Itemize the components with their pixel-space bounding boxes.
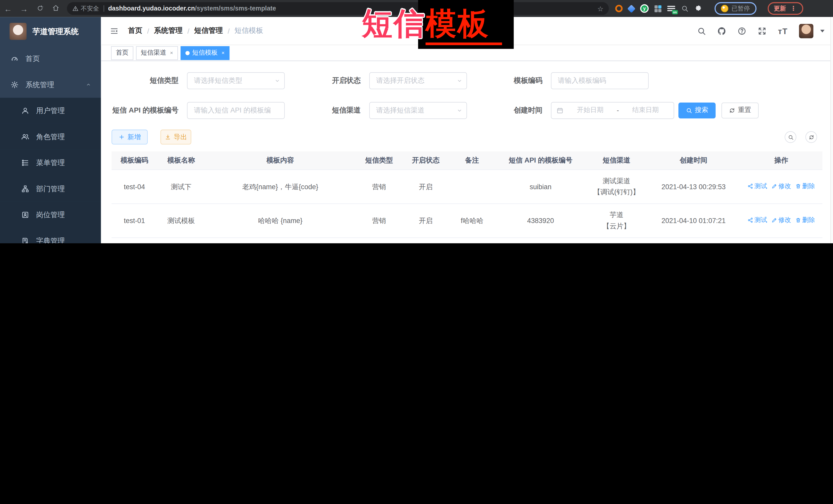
- sidebar-item-users[interactable]: 用户管理: [0, 98, 101, 124]
- app-logo[interactable]: 芋道管理系统: [0, 17, 101, 46]
- paused-label: 已暂停: [732, 5, 750, 13]
- refresh-table-button[interactable]: [805, 131, 817, 143]
- extension-icon-magnifier[interactable]: [681, 5, 688, 12]
- reset-button[interactable]: 重置: [721, 102, 759, 118]
- cell-created: 2021-04-13 00:29:53: [647, 169, 740, 203]
- sidebar-item-system[interactable]: 系统管理: [0, 72, 101, 98]
- sidebar-item-positions[interactable]: 岗位管理: [0, 202, 101, 228]
- breadcrumb-item[interactable]: 首页: [128, 26, 142, 35]
- status-select[interactable]: [369, 72, 467, 89]
- tag-sms-template[interactable]: 短信模板 ×: [181, 46, 229, 60]
- end-date-placeholder[interactable]: 结束日期: [622, 105, 669, 115]
- extension-icon-y[interactable]: y: [640, 4, 649, 13]
- filter-row-2: 短信 API 的模板编号 短信渠道 创建时间 开始日期 - 结束日期: [112, 101, 822, 119]
- date-range-picker[interactable]: 开始日期 - 结束日期: [551, 102, 674, 119]
- edit-action[interactable]: 修改: [771, 215, 791, 226]
- sidebar-item-roles[interactable]: 角色管理: [0, 124, 101, 150]
- start-date-placeholder[interactable]: 开始日期: [567, 105, 614, 115]
- browser-menu-icon[interactable]: ⋮: [790, 5, 796, 12]
- dashboard-icon: [10, 55, 19, 63]
- api-template-id-input[interactable]: [187, 102, 285, 119]
- browser-forward-icon[interactable]: →: [16, 4, 32, 13]
- edit-action[interactable]: 修改: [771, 181, 791, 192]
- cell-content: 您的验证码{code}，该验证码5分钟内有效，请勿泄漏于他人！: [205, 237, 355, 243]
- sms-type-select[interactable]: [187, 72, 285, 89]
- cell-api-id: SMS_207945135: [495, 237, 586, 243]
- cell-api-id: 4383920: [495, 203, 586, 238]
- breadcrumb-item[interactable]: 短信管理: [194, 26, 223, 35]
- omnibox-divider: [103, 5, 104, 12]
- users-icon: [21, 133, 29, 141]
- cell-type: 验证码: [355, 237, 403, 243]
- page-scrollbar[interactable]: [830, 17, 833, 243]
- status-input[interactable]: [369, 72, 467, 89]
- sms-template-table: 模板编码 模板名称 模板内容 短信类型 开启状态 备注 短信 API 的模板编号…: [112, 151, 822, 243]
- export-button[interactable]: 导出: [161, 130, 191, 145]
- channel-input[interactable]: [369, 102, 467, 119]
- address-bar[interactable]: 不安全 dashboard.yudao.iocoder.cn /system/s…: [67, 2, 609, 15]
- breadcrumb-current: 短信模板: [234, 26, 263, 35]
- test-action[interactable]: 测试: [747, 215, 767, 226]
- extension-icon-gem[interactable]: [627, 4, 636, 13]
- browser-home-icon[interactable]: [48, 4, 64, 13]
- screen: ← → 不安全 dashboard.yudao.iocoder.cn /syst…: [0, 0, 833, 243]
- paused-badge[interactable]: 已暂停: [715, 2, 756, 15]
- breadcrumb-item[interactable]: 系统管理: [154, 26, 183, 35]
- user-avatar[interactable]: [799, 24, 813, 38]
- delete-action[interactable]: 删除: [795, 215, 815, 226]
- table-toolbar: 新增 导出: [112, 130, 822, 145]
- sidebar-item-departments[interactable]: 部门管理: [0, 176, 101, 202]
- tag-home[interactable]: 首页: [111, 46, 133, 60]
- search-button[interactable]: 搜索: [679, 102, 716, 118]
- url-host: dashboard.yudao.iocoder.cn: [108, 5, 195, 12]
- template-code-field[interactable]: [551, 72, 649, 89]
- close-icon[interactable]: ×: [221, 50, 224, 56]
- cell-code: test_02: [112, 237, 157, 243]
- extensions-puzzle-icon[interactable]: [694, 5, 702, 13]
- breadcrumb-separator: /: [147, 27, 149, 35]
- font-size-icon[interactable]: тT: [778, 26, 788, 35]
- extension-icon-orange[interactable]: [615, 5, 622, 12]
- collapse-sidebar-icon[interactable]: [110, 27, 119, 35]
- bookmark-star-icon[interactable]: ☆: [597, 5, 603, 13]
- test-action[interactable]: 测试: [747, 181, 767, 192]
- browser-reload-icon[interactable]: [32, 4, 48, 13]
- extension-icon-list-on[interactable]: on: [667, 5, 675, 12]
- refresh-icon: [808, 134, 814, 140]
- tag-sms-channel[interactable]: 短信渠道 ×: [136, 46, 178, 60]
- toolbar-mini-buttons: [785, 131, 817, 143]
- fullscreen-icon[interactable]: [758, 26, 767, 35]
- template-code-input[interactable]: [551, 72, 649, 89]
- sidebar-item-menus[interactable]: 菜单管理: [0, 150, 101, 176]
- extension-icon-grid[interactable]: [654, 5, 662, 12]
- delete-action[interactable]: 删除: [795, 181, 815, 192]
- col-created: 创建时间: [647, 151, 740, 169]
- sidebar-item-dictionary[interactable]: 字典管理: [0, 228, 101, 243]
- sidebar-item-home[interactable]: 首页: [0, 46, 101, 72]
- edit-icon: [771, 183, 777, 189]
- update-button[interactable]: 更新 ⋮: [767, 2, 803, 15]
- chevron-down-icon: [456, 107, 463, 114]
- sidebar-item-label: 字典管理: [36, 236, 65, 243]
- security-warning[interactable]: 不安全: [72, 5, 99, 13]
- cell-content: 老鸡{name}，牛逼{code}: [205, 169, 355, 203]
- cell-actions: 测试修改删除: [740, 237, 822, 243]
- add-button[interactable]: 新增: [112, 130, 148, 145]
- cell-remark: [449, 237, 495, 243]
- caret-down-icon[interactable]: [820, 29, 825, 32]
- toggle-search-button[interactable]: [785, 131, 796, 143]
- share-icon: [747, 217, 753, 223]
- col-type: 短信类型: [355, 151, 403, 169]
- help-icon[interactable]: [738, 26, 746, 35]
- api-template-id-field[interactable]: [187, 102, 285, 119]
- sms-type-input[interactable]: [187, 72, 285, 89]
- page-content: 短信类型 开启状态 模板编码 短信 API 的模板编号: [101, 61, 833, 243]
- cell-content: 哈哈哈 {name}: [205, 203, 355, 238]
- browser-back-icon[interactable]: ←: [0, 4, 16, 13]
- github-icon[interactable]: [717, 26, 727, 35]
- sidebar-item-label: 首页: [25, 54, 40, 63]
- app-title: 芋道管理系统: [32, 26, 78, 37]
- channel-select[interactable]: [369, 102, 467, 119]
- close-icon[interactable]: ×: [170, 50, 173, 56]
- search-icon[interactable]: [697, 26, 706, 35]
